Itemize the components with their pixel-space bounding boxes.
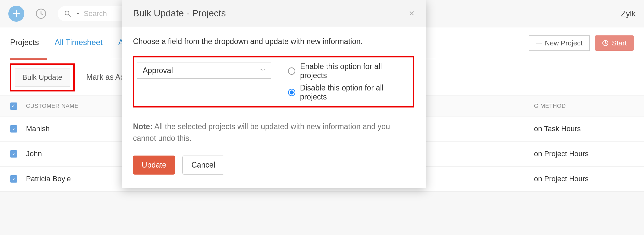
billing-method: on Project Hours: [534, 150, 634, 158]
billing-method: on Project Hours: [534, 175, 634, 183]
add-button[interactable]: [8, 6, 24, 22]
new-project-button[interactable]: New Project: [529, 35, 589, 51]
bulk-update-highlight: Bulk Update: [10, 63, 75, 91]
svg-point-1: [65, 11, 69, 15]
row-checkbox[interactable]: ✓: [10, 150, 17, 158]
clock-icon: [602, 40, 609, 46]
start-button[interactable]: Start: [595, 35, 634, 51]
plus-icon: [536, 40, 542, 46]
tab-all-timesheet[interactable]: All Timesheet: [55, 38, 103, 48]
radio-group: Enable this option for all projects Disa…: [288, 62, 410, 101]
bulk-update-modal: Bulk Update - Projects × Choose a field …: [122, 0, 426, 188]
plus-icon: [13, 10, 20, 17]
billing-method: on Task Hours: [534, 125, 634, 133]
close-icon[interactable]: ×: [409, 8, 414, 19]
modal-actions: Update Cancel: [133, 156, 414, 175]
radio-enable[interactable]: Enable this option for all projects: [288, 62, 410, 80]
modal-header: Bulk Update - Projects ×: [122, 0, 426, 27]
modal-body: Choose a field from the dropdown and upd…: [122, 27, 426, 188]
chevron-down-icon[interactable]: ▼: [76, 12, 80, 15]
tab-actions: New Project Start: [529, 35, 634, 51]
radio-disable-label: Disable this option for all projects: [300, 83, 410, 101]
field-selection-box: Approval ﹀ Enable this option for all pr…: [133, 56, 414, 107]
history-icon: [35, 8, 47, 20]
radio-disable[interactable]: Disable this option for all projects: [288, 83, 410, 101]
select-all-column: ✓: [10, 102, 26, 110]
modal-note: Note: All the selected projects will be …: [133, 121, 414, 144]
tabs: Projects All Timesheet A: [10, 38, 124, 48]
note-text: All the selected projects will be update…: [133, 122, 390, 143]
cancel-button[interactable]: Cancel: [182, 156, 224, 175]
chevron-down-icon: ﹀: [260, 67, 266, 74]
history-button[interactable]: [34, 7, 48, 20]
modal-title: Bulk Update - Projects: [133, 8, 226, 19]
note-label: Note:: [133, 122, 153, 131]
search-icon: [64, 10, 71, 17]
bulk-update-button[interactable]: Bulk Update: [15, 68, 70, 87]
new-project-label: New Project: [545, 39, 582, 47]
tab-projects[interactable]: Projects: [10, 38, 39, 48]
row-checkbox[interactable]: ✓: [10, 175, 17, 183]
dropdown-value: Approval: [143, 66, 173, 75]
start-label: Start: [612, 39, 627, 47]
update-button[interactable]: Update: [133, 156, 175, 175]
row-checkbox[interactable]: ✓: [10, 125, 17, 133]
brand-label: Zylk: [621, 9, 636, 18]
modal-description: Choose a field from the dropdown and upd…: [133, 37, 414, 46]
radio-enable-label: Enable this option for all projects: [300, 62, 410, 80]
column-method: G METHOD: [534, 103, 634, 109]
radio-button-selected[interactable]: [288, 89, 295, 96]
select-all-checkbox[interactable]: ✓: [10, 102, 17, 110]
field-dropdown[interactable]: Approval ﹀: [137, 62, 271, 79]
radio-button[interactable]: [288, 67, 295, 75]
